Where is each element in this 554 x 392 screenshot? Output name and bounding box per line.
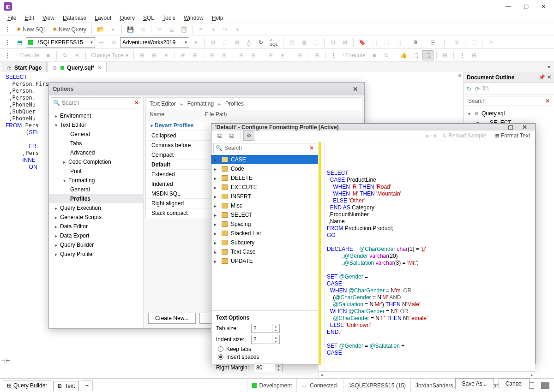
tree-delete[interactable]: ▸DELETE <box>211 173 318 183</box>
close-panel-icon[interactable]: ✕ <box>547 74 551 80</box>
menu-window[interactable]: Window <box>180 14 207 22</box>
t3-10d[interactable]: ▾ <box>277 50 288 60</box>
opt-query-builder[interactable]: ▸Query Builder <box>49 240 143 249</box>
new-query-button[interactable]: ✷ New Query <box>50 24 89 35</box>
tree-text-case[interactable]: ▸Text Case <box>211 247 318 256</box>
pin-icon[interactable]: 📌 <box>539 74 545 80</box>
indent-size-input[interactable] <box>252 335 272 344</box>
sql-icon[interactable]: ✓SQL <box>267 37 280 48</box>
profile-maximize-icon[interactable]: ▢ <box>504 124 518 131</box>
t3-12[interactable]: ⊞ <box>311 50 322 60</box>
t3-7[interactable]: ⊞ <box>219 50 230 60</box>
ab-toggle[interactable]: a↔b <box>426 133 436 138</box>
t-icon-3[interactable]: ⊞ <box>231 37 242 48</box>
expand-all-icon[interactable]: ⿻ <box>214 131 225 141</box>
t3-17[interactable]: ⊞ <box>469 50 480 60</box>
profile-search[interactable]: 🔍 ✕ <box>213 143 316 153</box>
opt-code-completion[interactable]: ▸Code Completion <box>49 157 143 166</box>
t-icon-14[interactable]: ⊞ <box>451 37 462 48</box>
tree-update[interactable]: ▸UPDATE <box>211 256 318 266</box>
t3-14[interactable]: ⬚ <box>410 50 422 60</box>
t3-15[interactable]: ⬚ <box>422 50 434 60</box>
server-combo[interactable]: .\SQLEXPRESS15▾ <box>26 37 95 48</box>
right-margin-input[interactable] <box>254 363 275 372</box>
t3-10[interactable]: ⊞ <box>265 50 276 60</box>
undo-icon[interactable]: ↶ <box>196 24 207 35</box>
right-margin-spinner[interactable]: ▲▼ <box>254 363 283 372</box>
t-icon-5[interactable]: ▤ <box>286 37 297 48</box>
text-tab[interactable]: 🗎Text <box>53 381 79 391</box>
format-text-button[interactable]: ≣ Format Text <box>493 131 532 141</box>
profile-close-icon[interactable]: ✕ <box>518 124 531 131</box>
doc-icon[interactable]: 🗎 <box>410 37 421 48</box>
t3-4[interactable]: ⊞ <box>178 50 189 60</box>
t-icon-2[interactable]: ⬚ <box>219 37 230 48</box>
outline-search-input[interactable] <box>468 98 545 104</box>
save-as-button[interactable]: Save As... <box>455 378 494 389</box>
tree-insert[interactable]: ▸INSERT <box>211 192 318 201</box>
t3-8[interactable]: ⊞ <box>236 50 247 60</box>
refresh2-icon[interactable]: ↻ <box>255 37 266 48</box>
insert-spaces-radio[interactable]: Insert spaces <box>218 354 313 360</box>
refresh4-icon[interactable]: ↻ <box>381 50 392 60</box>
code-preview[interactable]: SELECT CASE ProductLine WHEN 'R' THEN 'R… <box>319 141 535 371</box>
paste-icon[interactable]: 📋 <box>178 24 190 35</box>
options-close-icon[interactable]: ✕ <box>350 85 361 93</box>
keep-tabs-radio[interactable]: Keep tabs <box>218 346 313 352</box>
menu-layout[interactable]: Layout <box>91 14 115 22</box>
profile-search-input[interactable] <box>224 145 307 151</box>
t-icon-12[interactable]: ⬚ <box>393 37 404 48</box>
t3-3[interactable]: ▾ <box>161 50 172 60</box>
split-handle[interactable]: ⊣⊢ <box>1 358 10 364</box>
menu-file[interactable]: File <box>4 14 20 22</box>
redo-drop[interactable]: ▾ <box>232 24 243 35</box>
refresh-icon[interactable]: ⟲ <box>108 37 119 48</box>
menu-database[interactable]: Database <box>59 14 90 22</box>
maximize-button[interactable]: ▢ <box>517 0 535 13</box>
redo-icon[interactable]: ↷ <box>220 24 231 35</box>
cancel-icon[interactable]: ✕ <box>72 50 83 60</box>
refresh3-icon[interactable]: ↻ <box>60 50 71 60</box>
tree-execute[interactable]: ▸EXECUTE <box>211 183 318 192</box>
t-icon-10[interactable]: ⬚ <box>369 37 380 48</box>
t-icon-15[interactable]: ⬚ <box>468 37 479 48</box>
tree-code[interactable]: ▸Code <box>211 164 318 173</box>
tree-stacked-list[interactable]: ▸Stacked List <box>211 229 318 238</box>
t-icon-7[interactable]: ⬚ <box>310 37 321 48</box>
reload-sample-button[interactable]: ↻ Reload Sample <box>440 131 488 141</box>
execute-button[interactable]: ! Execute <box>14 50 42 60</box>
hscrollbar[interactable]: ◂▸ <box>319 371 535 378</box>
opt-data-editor[interactable]: ▸Data Editor <box>49 222 143 231</box>
indent-size-spinner[interactable]: ▲▼ <box>251 335 280 344</box>
tree-misc[interactable]: ▸Misc <box>211 201 318 210</box>
tree-root[interactable]: ▾🗎Query.sql <box>467 109 551 118</box>
opt-print[interactable]: Print <box>49 166 143 176</box>
connection-icon[interactable]: ⬒ <box>14 37 25 48</box>
options-search-input[interactable] <box>62 100 132 106</box>
t-icon-9[interactable]: ⊞ <box>339 37 350 48</box>
split-handle-icon[interactable]: ≡ <box>457 73 463 78</box>
col-name[interactable]: Name <box>146 110 201 120</box>
cut-icon[interactable]: ✂ <box>154 24 165 35</box>
tabs-dropdown-icon[interactable]: ▾ <box>548 64 550 70</box>
t-icon-1[interactable]: ⊟ <box>207 37 218 48</box>
t3-2[interactable]: ⊞ <box>149 50 160 60</box>
query-builder-tab[interactable]: ⊞Query Builder <box>3 380 51 391</box>
t-icon-13[interactable]: ⊟ <box>427 37 438 48</box>
t3-11[interactable]: ⊞ <box>294 50 305 60</box>
tab-size-spinner[interactable]: ▲▼ <box>251 324 280 333</box>
t3-1[interactable]: ⊞ <box>137 50 148 60</box>
stop2-icon[interactable]: ■ <box>369 50 380 60</box>
tree-select[interactable]: ▸SELECT <box>211 210 318 220</box>
options-titlebar[interactable]: Options ✕ <box>49 83 364 95</box>
undo-drop[interactable]: ▾ <box>208 24 219 35</box>
crumb-3[interactable]: Profiles <box>225 101 244 107</box>
opt-profiles[interactable]: Profiles <box>49 194 143 203</box>
tree-spacing[interactable]: ▸Spacing <box>211 220 318 229</box>
opt-general[interactable]: General <box>49 130 143 139</box>
prev-icon[interactable]: ⇤ <box>96 37 107 48</box>
opt-data-export[interactable]: ▸Data Export <box>49 231 143 240</box>
t3-5[interactable]: ⊞ <box>190 50 201 60</box>
opt-tabs[interactable]: Tabs <box>49 139 143 148</box>
save-icon[interactable]: 💾 <box>125 24 136 35</box>
